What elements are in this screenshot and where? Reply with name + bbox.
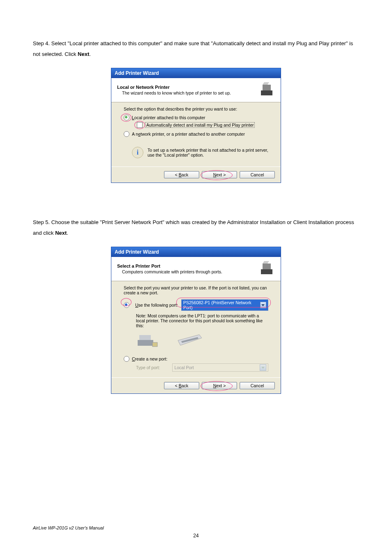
- radio-network-printer[interactable]: [124, 131, 129, 137]
- option-network-printer-row[interactable]: A network printer, or a printer attached…: [124, 131, 268, 137]
- svg-marker-3: [261, 269, 272, 274]
- footer-page-number: 24: [33, 533, 359, 539]
- svg-marker-6: [261, 304, 265, 306]
- wizard1-info-row: i To set up a network printer that is no…: [132, 147, 268, 158]
- cancel-button[interactable]: Cancel: [240, 382, 275, 389]
- next-button[interactable]: Next >: [202, 382, 237, 389]
- step5-paragraph: Step 5. Choose the suitable "Print Serve…: [33, 217, 359, 238]
- svg-rect-9: [152, 342, 157, 347]
- page-footer: AirLive WP-201G v2 User's Manual 24: [33, 525, 359, 539]
- wizard1-header: Local or Network Printer The wizard need…: [111, 78, 281, 102]
- step5-bold: Next: [55, 230, 67, 236]
- connector-images-row: [136, 332, 268, 350]
- connector-printer-icon: [136, 333, 159, 350]
- checkbox-auto-detect-label: Automatically detect and install my Plug…: [145, 122, 255, 128]
- svg-marker-1: [263, 85, 271, 90]
- printer-wizard-icon: [258, 260, 275, 278]
- svg-marker-8: [139, 335, 151, 340]
- wizard1-titlebar: Add Printer Wizard: [111, 68, 281, 78]
- step4-bold: Next: [78, 51, 89, 57]
- cancel-button[interactable]: Cancel: [240, 171, 275, 178]
- svg-marker-0: [261, 90, 272, 95]
- radio-use-port[interactable]: [124, 302, 129, 308]
- wizard-local-or-network: Add Printer Wizard Local or Network Prin…: [111, 68, 281, 183]
- wizard-select-port: Add Printer Wizard Select a Printer Port…: [111, 247, 281, 394]
- checkbox-auto-detect-row[interactable]: Automatically detect and install my Plug…: [137, 122, 268, 128]
- type-of-port-dropdown: Local Port: [172, 363, 268, 372]
- option-local-printer-row[interactable]: Local printer attached to this computer: [124, 115, 268, 120]
- step4-text-b: .: [89, 51, 91, 57]
- chevron-down-icon: [260, 364, 266, 371]
- step5-text-a: Step 5. Choose the suitable "Print Serve…: [33, 219, 354, 236]
- radio-local-printer[interactable]: [124, 115, 129, 120]
- footer-manual-title: AirLive WP-201G v2 User's Manual: [33, 525, 359, 530]
- svg-marker-7: [138, 340, 153, 346]
- wizard2-titlebar: Add Printer Wizard: [111, 247, 281, 257]
- checkbox-auto-detect[interactable]: [137, 122, 143, 128]
- svg-marker-2: [263, 82, 269, 85]
- wizard2-header-sub: Computers communicate with printers thro…: [122, 269, 258, 274]
- option-network-printer-label: A network printer, or a printer attached…: [132, 132, 245, 136]
- step4-paragraph: Step 4. Select "Local printer attached t…: [33, 38, 359, 60]
- option-use-port-row[interactable]: Use the following port: PS256082-P1 (Pri…: [124, 299, 268, 311]
- type-of-port-value: Local Port: [174, 365, 194, 370]
- radio-create-port[interactable]: [124, 356, 129, 362]
- option-use-port-label: Use the following port:: [135, 303, 178, 308]
- option-create-port-row[interactable]: Create a new port:: [124, 356, 268, 362]
- wizard2-body: Select the port you want your printer to…: [111, 281, 281, 377]
- step5-text-b: .: [67, 230, 68, 236]
- wizard2-button-row: < Back Next > Cancel: [111, 377, 281, 393]
- svg-marker-12: [261, 367, 265, 369]
- port-dropdown[interactable]: PS256082-P1 (PrintServer Network Port): [181, 299, 268, 311]
- wizard1-body: Select the option that describes the pri…: [111, 102, 281, 166]
- highlight-oval-next: [201, 170, 233, 180]
- wizard2-note: Note: Most computers use the LPT1: port …: [136, 313, 268, 328]
- svg-marker-4: [263, 264, 271, 269]
- wizard1-button-row: < Back Next > Cancel: [111, 166, 281, 183]
- wizard2-header: Select a Printer Port Computers communic…: [111, 257, 281, 281]
- printer-wizard-icon: [258, 81, 275, 99]
- wizard1-header-sub: The wizard needs to know which type of p…: [122, 90, 258, 95]
- wizard2-prompt: Select the port you want your printer to…: [124, 285, 268, 295]
- highlight-oval-next: [201, 381, 233, 391]
- option-create-port-label: Create a new port:: [132, 356, 167, 361]
- chevron-down-icon[interactable]: [260, 302, 266, 308]
- info-icon: i: [132, 147, 143, 158]
- svg-marker-5: [263, 261, 269, 264]
- back-button[interactable]: < Back: [164, 382, 199, 389]
- back-button[interactable]: < Back: [164, 171, 199, 178]
- wizard1-prompt: Select the option that describes the pri…: [124, 106, 268, 111]
- type-of-port-label: Type of port:: [136, 365, 160, 370]
- wizard1-header-title: Local or Network Printer: [117, 85, 258, 90]
- wizard2-header-title: Select a Printer Port: [117, 264, 258, 268]
- next-button[interactable]: Next >: [202, 171, 237, 178]
- option-local-printer-label: Local printer attached to this computer: [132, 115, 205, 120]
- port-dropdown-value: PS256082-P1 (PrintServer Network Port): [183, 300, 258, 310]
- wizard1-info-text: To set up a network printer that is not …: [148, 148, 268, 157]
- connector-port-icon: [175, 332, 204, 350]
